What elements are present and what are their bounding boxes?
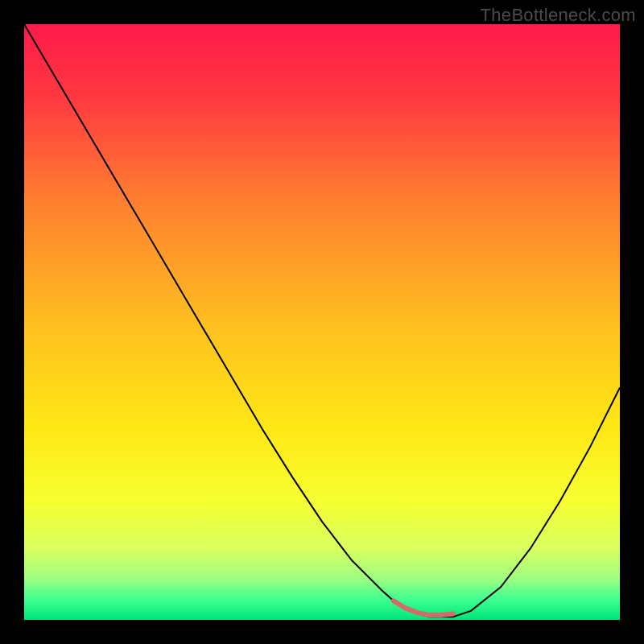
bottleneck-chart xyxy=(24,24,620,620)
chart-container: TheBottleneck.com xyxy=(0,0,644,644)
gradient-background xyxy=(24,24,620,620)
watermark-label: TheBottleneck.com xyxy=(481,5,636,26)
